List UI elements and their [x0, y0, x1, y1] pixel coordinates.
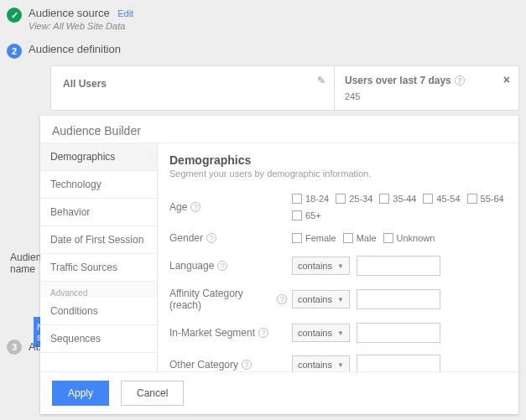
chevron-down-icon: ▼	[337, 361, 344, 369]
help-icon[interactable]: ?	[206, 233, 216, 243]
age-25-34[interactable]: 25-34	[336, 194, 372, 204]
age-65plus[interactable]: 65+	[292, 210, 321, 220]
inmarket-label: In-Market Segment	[169, 327, 255, 339]
gender-male[interactable]: Male	[343, 233, 377, 243]
definition-card: All Users ✎ × Users over last 7 days ? 2…	[50, 65, 519, 111]
affinity-input[interactable]	[357, 289, 440, 309]
other-input[interactable]	[357, 355, 440, 371]
edit-link[interactable]: Edit	[117, 8, 133, 18]
modal-nav: Demographics Technology Behavior Date of…	[40, 143, 158, 371]
step2-chip: 2	[7, 44, 22, 59]
nav-sequences[interactable]: Sequences	[40, 325, 157, 353]
chevron-down-icon: ▼	[337, 262, 344, 270]
nav-behavior[interactable]: Behavior	[40, 199, 157, 226]
panel-desc: Segment your users by demographic inform…	[169, 169, 507, 179]
apply-button[interactable]: Apply	[52, 381, 109, 406]
step1-title: Audience source	[29, 7, 110, 19]
step1-check-icon: ✓	[7, 8, 22, 23]
gender-label: Gender	[169, 232, 203, 244]
close-icon[interactable]: ×	[503, 73, 510, 86]
nav-technology[interactable]: Technology	[40, 171, 157, 199]
modal-title: Audience Builder	[40, 116, 518, 143]
cancel-button[interactable]: Cancel	[121, 381, 184, 406]
nav-date-first-session[interactable]: Date of First Session	[40, 226, 157, 254]
gender-unknown[interactable]: Unknown	[383, 233, 435, 243]
all-users-label: All Users	[63, 78, 107, 90]
language-op-dropdown[interactable]: contains▼	[292, 257, 350, 275]
gender-female[interactable]: Female	[292, 233, 336, 243]
age-55-64[interactable]: 55-64	[467, 194, 504, 204]
language-input[interactable]	[357, 256, 440, 276]
nav-demographics[interactable]: Demographics	[40, 143, 157, 171]
step3-chip: 3	[7, 340, 22, 355]
audience-name-label: Audience name	[10, 251, 42, 275]
help-icon[interactable]: ?	[277, 294, 287, 304]
help-icon[interactable]: ?	[455, 75, 465, 86]
inmarket-op-dropdown[interactable]: contains▼	[292, 324, 350, 342]
age-label: Age	[169, 201, 187, 213]
other-label: Other Category	[169, 359, 238, 371]
nav-traffic-sources[interactable]: Traffic Sources	[40, 254, 157, 282]
step1-subtitle: View: All Web Site Data	[29, 21, 133, 31]
nav-conditions[interactable]: Conditions	[40, 298, 157, 325]
inmarket-input[interactable]	[357, 323, 440, 343]
nav-advanced-label: Advanced	[40, 282, 157, 298]
edit-pencil-icon[interactable]: ✎	[317, 75, 325, 86]
affinity-op-dropdown[interactable]: contains▼	[292, 290, 350, 309]
summary-value: 245	[345, 91, 508, 101]
step2-title: Audience definition	[29, 43, 121, 55]
audience-builder-dialog: Audience Builder Demographics Technology…	[40, 116, 518, 414]
age-35-44[interactable]: 35-44	[379, 194, 416, 204]
affinity-label: Affinity Category (reach)	[169, 288, 273, 311]
language-label: Language	[169, 260, 214, 272]
help-icon[interactable]: ?	[190, 202, 201, 212]
help-icon[interactable]: ?	[242, 360, 252, 370]
age-18-24[interactable]: 18-24	[292, 194, 329, 204]
chevron-down-icon: ▼	[337, 296, 344, 303]
help-icon[interactable]: ?	[217, 261, 227, 271]
panel-heading: Demographics	[169, 153, 507, 167]
summary-label: Users over last 7 days	[345, 75, 451, 86]
other-op-dropdown[interactable]: contains▼	[292, 355, 350, 371]
age-45-54[interactable]: 45-54	[423, 194, 460, 204]
chevron-down-icon: ▼	[337, 329, 344, 337]
help-icon[interactable]: ?	[258, 328, 268, 338]
